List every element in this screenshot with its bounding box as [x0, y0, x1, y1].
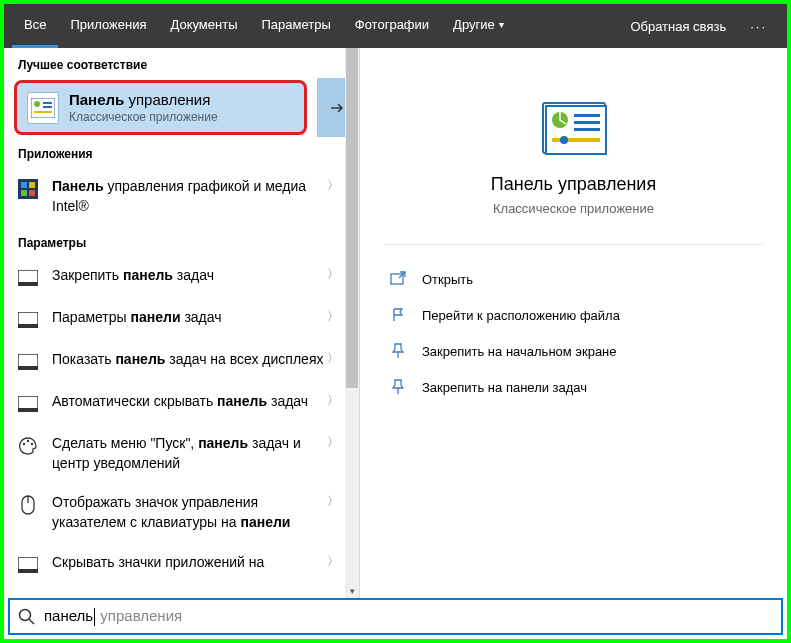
palette-icon: [18, 436, 38, 456]
result-text: Отображать значок управления указателем …: [52, 493, 327, 532]
taskbar-icon: [18, 310, 38, 330]
svg-rect-9: [29, 190, 35, 196]
tab-apps[interactable]: Приложения: [58, 4, 158, 48]
svg-rect-11: [18, 282, 38, 286]
search-text: панель управления: [44, 607, 182, 626]
action-label: Открыть: [422, 272, 473, 287]
svg-rect-28: [574, 121, 600, 124]
action-label: Закрепить на панели задач: [422, 380, 587, 395]
tab-settings[interactable]: Параметры: [249, 4, 342, 48]
tab-label: Фотографии: [355, 17, 429, 32]
chevron-right-icon: 〉: [327, 350, 345, 367]
svg-rect-6: [21, 182, 27, 188]
tab-label: Приложения: [70, 17, 146, 32]
pin-taskbar-icon: [388, 377, 408, 397]
taskbar-icon: [18, 268, 38, 288]
pin-start-icon: [388, 341, 408, 361]
result-setting-taskbar-settings[interactable]: Параметры панели задач 〉: [4, 298, 359, 340]
action-open-file-location[interactable]: Перейти к расположению файла: [384, 297, 763, 333]
section-apps: Приложения: [4, 137, 359, 167]
best-match-result[interactable]: Панель управления Классическое приложени…: [14, 80, 307, 135]
tab-photos[interactable]: Фотографии: [343, 4, 441, 48]
chevron-right-icon: 〉: [327, 266, 345, 283]
result-text: Автоматически скрывать панель задач: [52, 392, 327, 412]
action-label: Закрепить на начальном экране: [422, 344, 617, 359]
open-icon: [388, 269, 408, 289]
svg-point-33: [20, 609, 31, 620]
taskbar-icon: [18, 394, 38, 414]
svg-rect-30: [552, 138, 600, 142]
result-setting-auto-hide[interactable]: Автоматически скрывать панель задач 〉: [4, 382, 359, 424]
feedback-label: Обратная связь: [630, 19, 726, 34]
result-text: Показать панель задач на всех дисплеях: [52, 350, 327, 370]
svg-rect-13: [18, 324, 38, 328]
svg-rect-29: [574, 128, 600, 131]
tab-documents[interactable]: Документы: [158, 4, 249, 48]
section-settings: Параметры: [4, 226, 359, 256]
tab-label: Параметры: [261, 17, 330, 32]
svg-rect-2: [43, 102, 52, 104]
action-pin-start[interactable]: Закрепить на начальном экране: [384, 333, 763, 369]
svg-rect-8: [21, 190, 27, 196]
svg-rect-15: [18, 366, 38, 370]
mouse-icon: [18, 495, 38, 515]
tab-label: Документы: [170, 17, 237, 32]
taskbar-icon: [18, 555, 38, 575]
svg-point-19: [27, 440, 29, 442]
search-icon: [18, 608, 36, 626]
result-text: Сделать меню "Пуск", панель задач и цент…: [52, 434, 327, 473]
chevron-down-icon: ▾: [499, 19, 504, 30]
filter-tabs: Все Приложения Документы Параметры Фотог…: [4, 4, 787, 48]
result-setting-pin-taskbar[interactable]: Закрепить панель задач 〉: [4, 256, 359, 298]
svg-line-34: [29, 619, 34, 624]
search-input[interactable]: панель управления: [8, 598, 783, 635]
chevron-right-icon: 〉: [327, 308, 345, 325]
scroll-down-icon[interactable]: ▾: [345, 584, 359, 598]
chevron-right-icon: 〉: [327, 493, 345, 510]
best-match-subtitle: Классическое приложение: [69, 110, 218, 124]
chevron-right-icon: 〉: [327, 177, 345, 194]
svg-rect-24: [18, 569, 38, 573]
result-setting-start-color[interactable]: Сделать меню "Пуск", панель задач и цент…: [4, 424, 359, 483]
result-text: Скрывать значки приложений на: [52, 553, 327, 573]
action-label: Перейти к расположению файла: [422, 308, 620, 323]
tab-all[interactable]: Все: [12, 4, 58, 48]
tab-other[interactable]: Другие▾: [441, 4, 516, 48]
chevron-right-icon: 〉: [327, 392, 345, 409]
result-text: Закрепить панель задач: [52, 266, 327, 286]
svg-point-1: [34, 101, 40, 107]
control-panel-icon: [27, 92, 59, 124]
preview-subtitle: Классическое приложение: [384, 201, 763, 216]
scrollbar[interactable]: ▾: [345, 48, 359, 598]
action-open[interactable]: Открыть: [384, 261, 763, 297]
svg-point-18: [23, 443, 25, 445]
control-panel-large-icon: [542, 102, 606, 154]
chevron-right-icon: 〉: [327, 553, 345, 570]
scrollbar-thumb[interactable]: [346, 48, 358, 388]
svg-rect-4: [34, 111, 52, 113]
more-icon: ···: [750, 19, 767, 34]
result-setting-hide-icons[interactable]: Скрывать значки приложений на 〉: [4, 543, 359, 585]
result-setting-show-all-displays[interactable]: Показать панель задач на всех дисплеях 〉: [4, 340, 359, 382]
svg-rect-17: [18, 408, 38, 412]
section-best-match: Лучшее соответствие: [4, 48, 359, 78]
chevron-right-icon: 〉: [327, 434, 345, 451]
svg-rect-7: [29, 182, 35, 188]
taskbar-icon: [18, 352, 38, 372]
more-button[interactable]: ···: [738, 19, 779, 34]
preview-title: Панель управления: [384, 174, 763, 195]
action-pin-taskbar[interactable]: Закрепить на панели задач: [384, 369, 763, 405]
tab-label: Все: [24, 17, 46, 32]
feedback-link[interactable]: Обратная связь: [618, 19, 738, 34]
result-text: Панель управления графикой и медиа Intel…: [52, 177, 327, 216]
best-match-title: Панель управления: [69, 91, 218, 108]
separator: [384, 244, 763, 245]
result-setting-mouse-indicator[interactable]: Отображать значок управления указателем …: [4, 483, 359, 542]
result-app-intel[interactable]: Панель управления графикой и медиа Intel…: [4, 167, 359, 226]
results-pane: Лучшее соответствие Панель управления Кл…: [4, 48, 360, 598]
arrow-right-icon: [328, 99, 346, 117]
intel-graphics-icon: [18, 179, 38, 199]
svg-point-20: [31, 443, 33, 445]
svg-point-31: [560, 136, 568, 144]
tab-label: Другие: [453, 17, 495, 32]
